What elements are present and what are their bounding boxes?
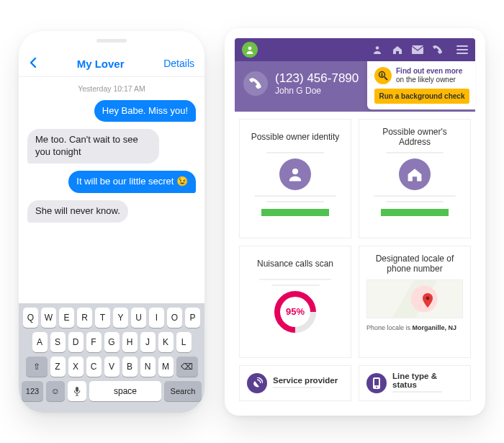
nav-home-button[interactable] bbox=[392, 44, 403, 55]
run-background-check-button[interactable]: Run a background check bbox=[374, 89, 469, 104]
conversation-title[interactable]: My Lover bbox=[77, 58, 125, 70]
svg-line-5 bbox=[384, 77, 387, 80]
app-logo[interactable] bbox=[242, 42, 258, 58]
key-v[interactable]: V bbox=[104, 357, 120, 377]
message-bubble-outgoing[interactable]: Hey Babe. Miss you! bbox=[94, 100, 196, 122]
placeholder-line bbox=[374, 195, 456, 197]
key-t[interactable]: T bbox=[95, 308, 110, 328]
chevron-left-icon bbox=[29, 57, 37, 68]
hamburger-icon bbox=[456, 45, 468, 54]
keyboard-row: A S D F G H J K L bbox=[22, 332, 202, 352]
key-n[interactable]: N bbox=[140, 357, 156, 377]
key-k[interactable]: K bbox=[158, 332, 174, 352]
key-d[interactable]: D bbox=[68, 332, 84, 352]
svg-point-6 bbox=[381, 73, 382, 74]
key-s[interactable]: S bbox=[50, 332, 66, 352]
card-icon-badge bbox=[366, 373, 387, 393]
key-i[interactable]: I bbox=[149, 308, 164, 328]
key-y[interactable]: Y bbox=[113, 308, 128, 328]
details-button[interactable]: Details bbox=[163, 58, 194, 69]
key-f[interactable]: F bbox=[86, 332, 102, 352]
placeholder-line bbox=[266, 152, 324, 153]
placeholder-line bbox=[271, 285, 320, 286]
card-title: Line type & status bbox=[392, 372, 463, 389]
hero-phone-badge bbox=[243, 71, 268, 96]
key-x[interactable]: X bbox=[68, 357, 84, 377]
key-b[interactable]: B bbox=[122, 357, 138, 377]
app-top-bar bbox=[235, 38, 475, 61]
card-title: Possible owner's Address bbox=[366, 127, 463, 147]
magnifier-person-icon bbox=[378, 71, 388, 81]
svg-point-2 bbox=[376, 46, 379, 50]
line-type-card[interactable]: Line type & status bbox=[359, 365, 471, 401]
keyboard-row: 123 ☺ space Search bbox=[22, 381, 202, 401]
key-w[interactable]: W bbox=[41, 308, 56, 328]
key-u[interactable]: U bbox=[131, 308, 146, 328]
key-numbers[interactable]: 123 bbox=[22, 381, 43, 401]
key-shift[interactable]: ⇧ bbox=[26, 357, 48, 377]
progress-bar bbox=[381, 209, 449, 216]
card-title: Possible owner identity bbox=[251, 127, 340, 147]
locale-map[interactable] bbox=[366, 279, 463, 318]
nav-menu-button[interactable] bbox=[456, 44, 468, 55]
phone-locale-card[interactable]: Designated locale of phone number Phone … bbox=[359, 246, 471, 358]
cellphone-icon bbox=[372, 377, 381, 389]
key-space[interactable]: space bbox=[89, 381, 161, 401]
key-p[interactable]: P bbox=[185, 308, 200, 328]
placeholder-line bbox=[386, 152, 444, 153]
key-g[interactable]: G bbox=[104, 332, 120, 352]
nav-mail-button[interactable] bbox=[412, 44, 423, 55]
lookup-owner-name: John G Doe bbox=[275, 86, 359, 96]
card-text: Service provider bbox=[273, 376, 343, 390]
message-bubble-incoming[interactable]: Me too. Can't wait to see you tonight bbox=[27, 129, 159, 164]
nav-phone-button[interactable] bbox=[432, 44, 444, 55]
svg-rect-0 bbox=[76, 387, 78, 392]
key-e[interactable]: E bbox=[59, 308, 74, 328]
phone-device: My Lover Details Yesterday 10:17 AM Hey … bbox=[19, 31, 204, 413]
key-a[interactable]: A bbox=[32, 332, 48, 352]
service-provider-card[interactable]: Service provider bbox=[239, 365, 351, 401]
key-h[interactable]: H bbox=[122, 332, 138, 352]
nuisance-scan-card[interactable]: Nuisance calls scan 95% bbox=[239, 246, 351, 358]
key-backspace[interactable]: ⌫ bbox=[176, 357, 198, 377]
phone-notch-area bbox=[19, 31, 204, 51]
placeholder-line bbox=[259, 279, 332, 280]
lookup-phone-number: (123) 456-7890 bbox=[275, 71, 359, 86]
owner-identity-card[interactable]: Possible owner identity bbox=[239, 119, 351, 238]
nuisance-donut-chart: 95% bbox=[274, 291, 316, 333]
nav-account-button[interactable] bbox=[372, 44, 383, 55]
key-z[interactable]: Z bbox=[50, 357, 66, 377]
locale-value: Morganille, NJ bbox=[413, 324, 457, 331]
placeholder-line bbox=[254, 195, 336, 197]
card-title: Designated locale of phone number bbox=[366, 254, 463, 274]
key-l[interactable]: L bbox=[176, 332, 192, 352]
hero-text: (123) 456-7890 John G Doe bbox=[275, 71, 359, 96]
placeholder-line bbox=[273, 387, 323, 388]
key-q[interactable]: Q bbox=[23, 308, 38, 328]
background-check-cta: Find out even more on the likely owner R… bbox=[367, 61, 475, 109]
svg-rect-10 bbox=[374, 379, 379, 385]
lookup-hero: (123) 456-7890 John G Doe Find out even … bbox=[235, 61, 475, 112]
key-o[interactable]: O bbox=[167, 308, 182, 328]
owner-address-card[interactable]: Possible owner's Address bbox=[359, 119, 471, 238]
message-bubble-incoming[interactable]: She will never know. bbox=[27, 200, 128, 223]
person-icon bbox=[245, 45, 255, 55]
message-thread[interactable]: Yesterday 10:17 AM Hey Babe. Miss you! M… bbox=[19, 77, 204, 303]
envelope-icon bbox=[412, 45, 423, 54]
result-cards-grid: Possible owner identity Possible owner's… bbox=[235, 112, 475, 365]
home-icon bbox=[407, 166, 423, 182]
key-r[interactable]: R bbox=[77, 308, 92, 328]
speaker-grille bbox=[96, 39, 127, 42]
back-button[interactable] bbox=[29, 55, 37, 72]
key-m[interactable]: M bbox=[158, 357, 174, 377]
message-bubble-outgoing[interactable]: It will be our little secret 😉 bbox=[68, 171, 196, 193]
progress-bar bbox=[261, 209, 329, 216]
thread-timestamp: Yesterday 10:17 AM bbox=[27, 84, 196, 93]
key-search[interactable]: Search bbox=[164, 381, 202, 401]
key-emoji[interactable]: ☺ bbox=[46, 381, 65, 401]
key-dictation[interactable] bbox=[68, 381, 86, 401]
key-j[interactable]: J bbox=[140, 332, 156, 352]
key-c[interactable]: C bbox=[86, 357, 102, 377]
tablet-device: (123) 456-7890 John G Doe Find out even … bbox=[225, 28, 485, 416]
locale-caption: Phone locale is Morganille, NJ bbox=[366, 324, 456, 331]
